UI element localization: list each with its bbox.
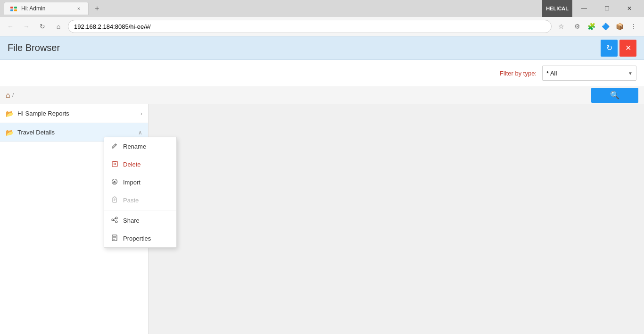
- svg-point-10: [116, 221, 117, 223]
- window-close-button[interactable]: ✕: [619, 0, 640, 17]
- svg-rect-0: [10, 7, 13, 8]
- tree-item-label: HI Sample Reports: [17, 110, 140, 117]
- tab-bar: Hi: Admin × + HELICAL — ☐ ✕: [0, 0, 644, 17]
- collapse-arrow-icon: ∧: [138, 129, 142, 136]
- svg-rect-3: [14, 9, 17, 11]
- svg-rect-4: [112, 162, 117, 167]
- address-bar: ← → ↻ ⌂ ☆ ⚙ 🧩 🔷 📦 ⋮: [0, 17, 644, 36]
- refresh-app-button[interactable]: ↻: [601, 40, 618, 57]
- context-menu-divider: [104, 210, 176, 210]
- rename-label: Rename: [123, 143, 146, 150]
- refresh-button[interactable]: ↻: [36, 20, 49, 33]
- delete-label: Delete: [123, 161, 141, 168]
- breadcrumb-separator: /: [12, 92, 14, 99]
- svg-rect-7: [114, 197, 116, 198]
- context-menu-rename[interactable]: Rename: [104, 137, 176, 155]
- minimize-button[interactable]: —: [573, 0, 595, 17]
- context-menu-paste[interactable]: Paste: [104, 191, 176, 209]
- extension-icons: ⚙ 🧩 🔷 📦 ⋮: [570, 20, 640, 33]
- ext-icon-2[interactable]: 🔷: [599, 20, 612, 33]
- share-icon: [111, 217, 118, 225]
- settings-ext-icon[interactable]: ⚙: [570, 20, 584, 33]
- ext-icon-1[interactable]: 🧩: [585, 20, 598, 33]
- tree-item-label: Travel Details: [17, 129, 138, 136]
- filter-select-wrapper: * All Reports Dashboards Saved Views: [542, 66, 636, 81]
- ext-icon-3[interactable]: 📦: [613, 20, 626, 33]
- paste-icon: [111, 196, 118, 204]
- context-menu-properties[interactable]: Properties: [104, 229, 176, 247]
- browser-chrome: Hi: Admin × + HELICAL — ☐ ✕ ← → ↻ ⌂ ☆ ⚙ …: [0, 0, 644, 36]
- search-icon: 🔍: [610, 91, 619, 100]
- svg-rect-1: [14, 7, 17, 8]
- browser-tab[interactable]: Hi: Admin ×: [4, 2, 89, 15]
- header-actions: ↻ ✕: [601, 40, 636, 57]
- breadcrumb-bar: ⌂ / 🔍: [0, 86, 644, 104]
- svg-rect-2: [10, 9, 13, 11]
- address-input[interactable]: [68, 20, 552, 33]
- main-content: 📂 HI Sample Reports › 📂 Travel Details ∧: [0, 104, 644, 334]
- properties-icon: [111, 234, 118, 242]
- folder-icon: 📂: [6, 110, 14, 117]
- maximize-button[interactable]: ☐: [596, 0, 618, 17]
- new-tab-button[interactable]: +: [91, 2, 104, 15]
- menu-button[interactable]: ⋮: [627, 20, 640, 33]
- share-label: Share: [123, 217, 140, 224]
- content-area: [149, 104, 644, 334]
- context-menu-delete[interactable]: Delete: [104, 155, 176, 173]
- breadcrumb-home-icon[interactable]: ⌂: [6, 91, 10, 100]
- forward-button[interactable]: →: [20, 20, 33, 33]
- tab-close-button[interactable]: ×: [75, 5, 83, 12]
- import-icon: [111, 178, 118, 186]
- expand-arrow-icon: ›: [140, 110, 142, 117]
- rename-icon: [111, 142, 118, 150]
- properties-label: Properties: [123, 235, 151, 242]
- home-button[interactable]: ⌂: [52, 20, 65, 33]
- import-label: Import: [123, 179, 140, 186]
- svg-point-9: [112, 219, 114, 221]
- paste-label: Paste: [123, 197, 139, 204]
- tab-favicon: [10, 5, 17, 12]
- delete-icon: [111, 160, 118, 168]
- helical-label: HELICAL: [542, 0, 572, 17]
- back-button[interactable]: ←: [4, 20, 17, 33]
- filter-label: Filter by type:: [500, 70, 537, 77]
- context-menu: Rename Delete Import: [104, 137, 177, 248]
- context-menu-share[interactable]: Share: [104, 211, 176, 229]
- window-controls: HELICAL — ☐ ✕: [542, 0, 640, 17]
- svg-point-8: [116, 217, 117, 219]
- page-title: File Browser: [8, 42, 60, 53]
- close-app-button[interactable]: ✕: [619, 40, 636, 57]
- app-header: File Browser ↻ ✕: [0, 36, 644, 60]
- context-menu-import[interactable]: Import: [104, 173, 176, 191]
- filter-bar: Filter by type: * All Reports Dashboards…: [0, 60, 644, 86]
- bookmark-button[interactable]: ☆: [554, 20, 568, 33]
- tree-item-hi-sample-reports[interactable]: 📂 HI Sample Reports ›: [0, 104, 148, 123]
- search-button[interactable]: 🔍: [591, 88, 638, 103]
- filter-type-select[interactable]: * All Reports Dashboards Saved Views: [542, 66, 636, 81]
- folder-icon: 📂: [6, 129, 14, 136]
- tab-title: Hi: Admin: [21, 5, 71, 12]
